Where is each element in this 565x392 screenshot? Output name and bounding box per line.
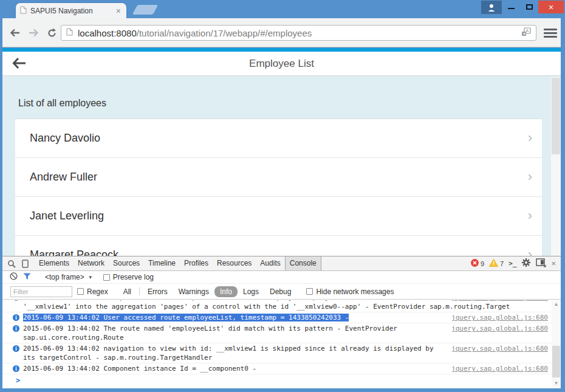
console-source-link[interactable]: jquery.sap.global.js:680 [451,324,548,333]
console-message-text: 2015-06-09 13:44:02 User accessed route … [23,314,349,322]
info-icon [13,365,19,374]
maximize-button[interactable] [520,0,538,13]
dock-side-icon[interactable] [536,258,546,269]
console-message-row[interactable]: jquery.sap.global.js:6802015-06-09 13:44… [2,323,552,343]
maximize-icon [526,4,533,10]
frame-selector[interactable]: <top frame> ▼ [45,273,93,281]
preserve-log-toggle[interactable]: Preserve log [103,273,154,281]
filter-funnel-icon[interactable] [23,273,31,282]
back-button[interactable] [9,26,22,40]
console-message-text: 2015-06-09 13:44:02 Component instance I… [23,365,256,373]
person-icon [487,4,496,12]
browser-window: SAPUI5 Navigation × × localhost:8080 [0,0,565,392]
chevron-right-icon: › [528,246,532,256]
console-filter-input[interactable] [10,286,72,297]
new-tab-button[interactable] [132,5,159,15]
page-scrollbar[interactable] [551,77,561,256]
console-scrollbar[interactable]: ▲ ▼ [552,300,561,388]
level-button-all[interactable]: All [118,286,137,297]
devtools-panel: ElementsNetworkSourcesTimelineProfilesRe… [2,256,561,388]
settings-gear-icon[interactable] [521,258,531,269]
console-message-row[interactable]: jquery.sap.global.js:6802015-06-09 13:44… [2,300,552,312]
devtools-tab-sources[interactable]: Sources [109,256,144,270]
error-count[interactable]: 9 [481,260,484,267]
devtools-tab-timeline[interactable]: Timeline [144,256,180,270]
forward-button[interactable] [27,26,40,40]
info-icon [13,325,19,334]
level-button-debug[interactable]: Debug [264,286,296,297]
list-item-employee[interactable]: Margaret Peacock› [15,236,542,256]
level-button-logs[interactable]: Logs [238,286,264,297]
hide-network-toggle[interactable]: Hide network messages [306,287,394,296]
chevron-right-icon: › [528,168,532,184]
close-window-button[interactable]: × [538,1,564,13]
devtools-tab-audits[interactable]: Audits [256,256,284,270]
back-arrow-icon [12,57,27,69]
url-text[interactable]: localhost:8080/tutorial/navigation/17/we… [78,28,521,38]
console-source-link[interactable]: jquery.sap.global.js:680 [451,300,548,302]
devtools-tab-profiles[interactable]: Profiles [180,256,213,270]
minimize-button[interactable] [502,0,520,13]
devtools-right-controls: 9 7 >_ × [471,258,561,269]
page-title: Employee List [2,52,561,76]
tab-close-icon[interactable]: × [115,7,122,15]
address-bar[interactable]: localhost:8080/tutorial/navigation/17/we… [61,25,536,41]
devtools-close-icon[interactable]: × [551,259,556,268]
level-button-warnings[interactable]: Warnings [173,286,214,297]
page-scrollbar-thumb[interactable] [552,78,560,154]
console-scrollbar-thumb[interactable] [552,346,560,377]
devtools-tab-network[interactable]: Network [74,256,109,270]
level-button-errors[interactable]: Errors [142,286,173,297]
console-messages: jquery.sap.global.js:6802015-06-09 13:44… [2,300,552,388]
menu-button[interactable] [544,27,557,39]
level-button-info[interactable]: Info [214,286,238,297]
warning-badge-icon[interactable] [489,259,498,269]
url-path: /tutorial/navigation/17/webapp/#/employe… [137,28,312,38]
devtools-tab-elements[interactable]: Elements [35,256,74,270]
clear-console-icon[interactable] [10,272,18,282]
console-toolbar: <top frame> ▼ Preserve log [2,271,561,284]
reload-button[interactable] [45,26,58,40]
inspect-element-icon[interactable] [7,260,16,268]
devtools-tab-resources[interactable]: Resources [213,256,256,270]
console-source-link[interactable]: jquery.sap.global.js:680 [451,313,548,322]
hide-network-checkbox[interactable] [306,288,313,295]
console-prompt[interactable]: > [2,374,552,387]
console-message-row[interactable]: jquery.sap.global.js:6802015-06-09 13:44… [2,312,552,323]
list-caption: List of all employees [2,76,561,119]
page-favicon-icon [20,5,27,16]
level-separator [139,287,140,295]
console-source-link[interactable]: jquery.sap.global.js:680 [451,364,548,373]
hide-network-label: Hide network messages [316,287,394,296]
console-message-row[interactable]: jquery.sap.global.js:6802015-06-09 13:44… [2,363,552,374]
scroll-down-icon[interactable]: ▼ [552,380,561,386]
employee-name: Nancy Davolio [30,132,100,145]
console-source-link[interactable]: jquery.sap.global.js:680 [451,344,548,353]
device-mode-icon[interactable] [22,260,29,268]
console-drawer-icon[interactable]: >_ [508,260,516,267]
app-header: Employee List [2,52,561,76]
console-message-row[interactable]: jquery.sap.global.js:6802015-06-09 13:44… [2,343,552,363]
list-item-employee[interactable]: Nancy Davolio› [15,119,542,158]
employee-name: Margaret Peacock [30,249,118,256]
scroll-up-icon[interactable]: ▲ [552,301,561,307]
devtools-tab-console[interactable]: Console [285,256,321,270]
regex-checkbox[interactable] [77,288,84,295]
list-item-employee[interactable]: Andrew Fuller› [15,158,542,197]
page-icon [66,27,73,38]
titlebar: SAPUI5 Navigation × × [0,0,565,18]
translate-icon[interactable]: A [521,27,531,39]
profile-button[interactable] [481,1,502,14]
warning-count[interactable]: 7 [500,260,504,267]
nav-back-button[interactable] [12,57,27,72]
url-host: localhost:8080 [78,28,137,38]
chevron-right-icon: › [528,207,532,223]
regex-toggle[interactable]: Regex [77,287,108,296]
console-message-text: 2015-06-09 13:44:02 navigation to view w… [23,345,434,362]
error-badge-icon[interactable] [471,259,479,269]
browser-tab[interactable]: SAPUI5 Navigation × [16,3,126,18]
svg-text:A: A [526,29,529,33]
preserve-log-checkbox[interactable] [103,274,110,281]
list-item-employee[interactable]: Janet Leverling› [15,197,542,236]
devtools-tabbar: ElementsNetworkSourcesTimelineProfilesRe… [2,256,561,271]
